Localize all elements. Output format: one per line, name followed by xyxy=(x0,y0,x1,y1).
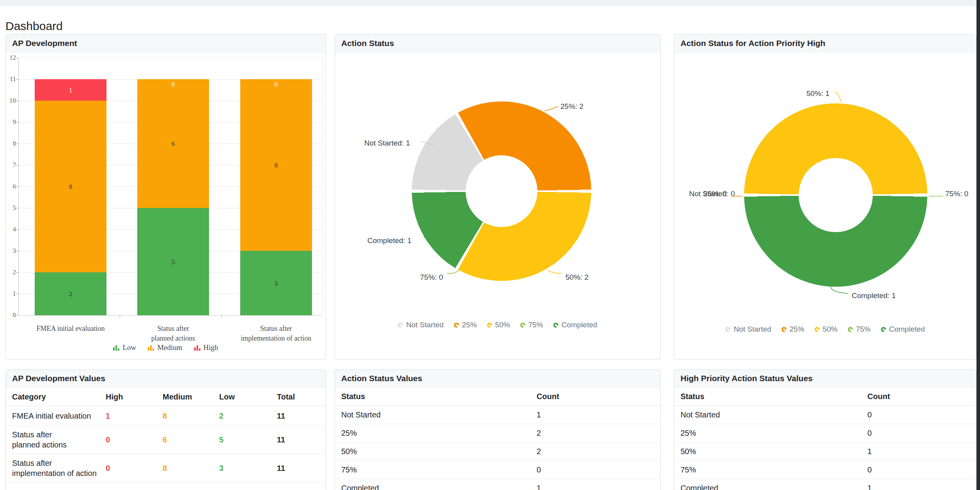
cell-count: 0 xyxy=(867,424,976,442)
legend-label: 25% xyxy=(462,321,477,329)
bar-value-label: 0 xyxy=(137,81,209,89)
slice-data-label: 50%: 2 xyxy=(565,273,588,282)
cell-status: 25% xyxy=(674,424,867,442)
panel-title: Action Status Values xyxy=(341,374,422,383)
y-axis-label: 4 xyxy=(6,225,16,233)
category-label: FMEA initial evaluation xyxy=(22,324,119,334)
column-header: Count xyxy=(537,387,660,405)
y-axis-label: 9 xyxy=(6,118,16,126)
legend-label: High xyxy=(204,343,218,352)
bar-value-label: 1 xyxy=(35,87,106,94)
cell-count: 1 xyxy=(867,479,976,490)
table-row: 25%2 xyxy=(335,424,660,442)
high-values-table: StatusCountNot Started025%050%175%0Compl… xyxy=(674,387,976,490)
panel-title: Action Status xyxy=(341,39,394,48)
legend-label: Medium xyxy=(157,343,182,352)
x-axis-tick xyxy=(221,315,222,318)
column-header: Total xyxy=(277,388,326,406)
legend-item-not-started[interactable]: Not Started xyxy=(398,321,443,329)
cell-medium: 8 xyxy=(163,407,219,425)
cell-status: 25% xyxy=(335,424,537,442)
column-header: Count xyxy=(867,387,976,405)
donut-slice-icon xyxy=(520,323,525,328)
donut-slice-icon xyxy=(487,323,492,328)
label-leader-line xyxy=(929,192,944,194)
label-leader-line xyxy=(547,269,563,275)
legend-item-50-[interactable]: 50% xyxy=(487,321,510,329)
x-axis-tick xyxy=(120,315,120,318)
legend-item-high[interactable]: High xyxy=(194,343,218,352)
plot-right-border xyxy=(323,58,323,315)
legend-item-not-started[interactable]: Not Started xyxy=(725,325,771,334)
panel-high-values: High Priority Action Status Values Statu… xyxy=(674,369,976,490)
y-axis-label: 0 xyxy=(6,311,16,319)
cell-count: 0 xyxy=(537,461,660,479)
bar-value-label: 3 xyxy=(240,280,312,288)
label-leader-line xyxy=(420,140,434,147)
donut-slice-icon xyxy=(881,327,886,332)
action-values-table: StatusCountNot Started125%250%275%0Compl… xyxy=(335,387,660,490)
y-axis-label: 8 xyxy=(6,140,16,147)
legend-item-completed[interactable]: Completed xyxy=(553,321,597,329)
donut-slice-icon xyxy=(782,327,787,332)
mini-bar-chart-icon xyxy=(194,345,200,351)
panel-header: AP Development Values xyxy=(6,370,326,387)
bar-value-label: 2 xyxy=(35,290,106,298)
high-values-table: StatusCountNot Started025%050%175%0Compl… xyxy=(674,387,976,490)
donut-slice-icon xyxy=(725,327,730,332)
legend-item-25-[interactable]: 25% xyxy=(454,321,477,329)
table-row: Not Started1 xyxy=(335,406,660,424)
column-header: Status xyxy=(674,387,867,405)
cell-count: 1 xyxy=(867,442,976,460)
panel-title: High Priority Action Status Values xyxy=(681,374,813,383)
slice-data-label: 75%: 0 xyxy=(945,190,968,198)
table-row: Status afterimplementation of action0831… xyxy=(6,454,326,483)
label-leader-line xyxy=(446,269,460,275)
column-header: Low xyxy=(219,388,277,406)
cell-status: 50% xyxy=(335,442,537,460)
top-strip xyxy=(0,0,980,6)
cell-high: 0 xyxy=(106,459,163,477)
chart-legend: Not Started25%50%75%Completed xyxy=(335,321,660,329)
y-axis-label: 11 xyxy=(6,75,16,83)
slice-data-label: Not Started: 1 xyxy=(364,139,410,147)
panel-title: AP Development Values xyxy=(12,374,105,383)
bar-value-label: 5 xyxy=(137,258,209,266)
cell-count: 0 xyxy=(867,406,976,424)
column-header: High xyxy=(106,388,163,406)
cell-count: 0 xyxy=(867,461,976,479)
cell-category: FMEA initial evaluation xyxy=(6,407,106,425)
bar-value-label: 6 xyxy=(137,140,209,148)
cell-count: 1 xyxy=(537,406,660,424)
table-row: 50%2 xyxy=(335,442,660,461)
action-status-chart: 25%: 2Not Started: 1Completed: 175%: 050… xyxy=(335,52,660,359)
gridline xyxy=(19,315,323,316)
cell-category: Status afterimplementation of action xyxy=(6,454,106,482)
y-axis-label: 2 xyxy=(6,268,16,276)
cell-total: 11 xyxy=(277,407,326,425)
legend-item-75-[interactable]: 75% xyxy=(520,321,543,329)
legend-item-low[interactable]: Low xyxy=(113,343,136,352)
legend-item-medium[interactable]: Medium xyxy=(148,343,182,352)
y-axis-line xyxy=(18,58,19,315)
label-leader-line xyxy=(543,105,559,112)
slice-data-label: Completed: 1 xyxy=(367,236,411,245)
table-row: Not Started0 xyxy=(674,406,976,424)
cell-low: 5 xyxy=(219,431,277,449)
legend-item-25-[interactable]: 25% xyxy=(782,325,805,334)
scrollbar[interactable] xyxy=(976,0,980,490)
legend-item-completed[interactable]: Completed xyxy=(881,325,925,334)
table-header-row: StatusCount xyxy=(674,387,976,406)
cell-count: 2 xyxy=(537,442,660,460)
panel-action-values: Action Status Values StatusCountNot Star… xyxy=(335,369,661,490)
legend-item-75-[interactable]: 75% xyxy=(848,325,871,334)
legend-item-50-[interactable]: 50% xyxy=(815,325,838,334)
bar-value-label: 8 xyxy=(240,162,312,169)
donut-slice-icon xyxy=(815,327,820,332)
ap-values-table: CategoryHighMediumLowTotalFMEA initial e… xyxy=(6,387,326,490)
page-title: Dashboard xyxy=(5,20,63,33)
panel-title: Action Status for Action Priority High xyxy=(681,39,825,48)
y-axis-label: 7 xyxy=(6,161,16,169)
table-row: 75%0 xyxy=(674,461,976,479)
slice-data-label: 25%: 0 xyxy=(704,190,727,198)
